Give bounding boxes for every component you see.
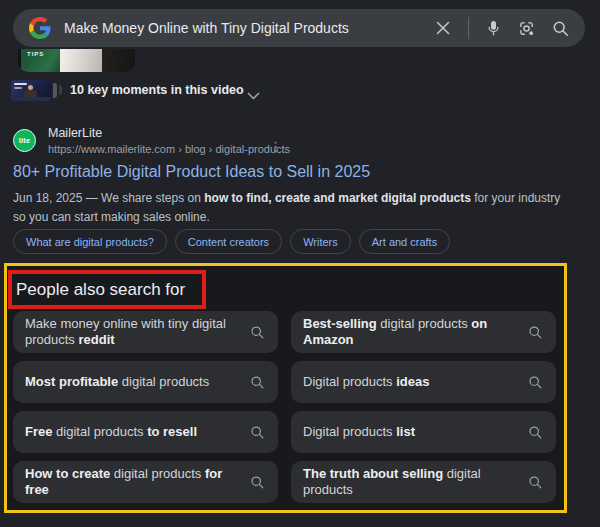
search-query-input[interactable]: Make Money Online with Tiny Digital Prod… xyxy=(64,20,423,36)
video-thumbnail-fragment[interactable]: TIPS xyxy=(18,49,135,72)
suggestion-text: The truth about selling digital products xyxy=(303,466,505,499)
search-icon[interactable] xyxy=(250,325,265,340)
related-chip[interactable]: What are digital products? xyxy=(13,229,167,254)
stacked-moments-layer xyxy=(53,83,57,98)
stacked-moments-layer xyxy=(59,85,62,95)
search-icon[interactable] xyxy=(250,375,265,390)
related-chip[interactable]: Content creators xyxy=(175,229,282,254)
suggestion-text: How to create digital products for free xyxy=(25,466,227,499)
key-moments-label[interactable]: 10 key moments in this video xyxy=(70,83,244,97)
result-site-name[interactable]: MailerLite xyxy=(48,126,102,140)
related-chips: What are digital products?Content creato… xyxy=(13,229,450,254)
search-bar-divider xyxy=(468,17,469,39)
related-chip[interactable]: Writers xyxy=(290,229,351,254)
search-bar[interactable]: Make Money Online with Tiny Digital Prod… xyxy=(13,9,585,47)
google-lens-icon[interactable] xyxy=(518,20,535,37)
search-icon[interactable] xyxy=(528,475,543,490)
search-suggestion-card[interactable]: Digital products list xyxy=(291,411,556,453)
suggestion-text: Digital products list xyxy=(303,424,505,441)
video-fragment-shirt-area xyxy=(60,49,102,72)
microphone-icon[interactable] xyxy=(486,20,501,37)
search-icon[interactable] xyxy=(250,425,265,440)
result-snippet: Jun 18, 2025 — We share steps on how to … xyxy=(13,189,565,227)
search-icon[interactable] xyxy=(528,425,543,440)
suggestion-text: Most profitable digital products xyxy=(25,374,227,391)
key-moments-thumbnail[interactable] xyxy=(11,80,51,101)
google-logo-icon xyxy=(29,17,51,39)
site-favicon: lite xyxy=(13,129,36,152)
people-also-search-heading: People also search for xyxy=(16,280,185,300)
presenter-figure xyxy=(24,90,37,97)
thumbnail-caption-line xyxy=(14,83,27,85)
suggestion-text: Free digital products to resell xyxy=(25,424,227,441)
search-suggestion-card[interactable]: Digital products ideas xyxy=(291,361,556,403)
search-icon[interactable] xyxy=(528,325,543,340)
thumbnail-caption-line xyxy=(14,87,22,89)
suggestion-text: Best-selling digital products on Amazon xyxy=(303,316,505,349)
suggestion-text: Digital products ideas xyxy=(303,374,505,391)
search-suggestion-card[interactable]: Make money online with tiny digital prod… xyxy=(13,311,278,353)
search-suggestion-card[interactable]: Free digital products to resell xyxy=(13,411,278,453)
clear-icon[interactable] xyxy=(435,20,451,36)
result-title-link[interactable]: 80+ Profitable Digital Product Ideas to … xyxy=(13,163,370,181)
search-icon[interactable] xyxy=(528,375,543,390)
search-icon[interactable] xyxy=(250,475,265,490)
related-chip[interactable]: Art and crafts xyxy=(359,229,450,254)
result-url-breadcrumb: https://www.mailerlite.com › blog › digi… xyxy=(48,143,290,155)
chevron-down-icon[interactable] xyxy=(247,86,260,104)
thumbnail-desk xyxy=(11,97,51,101)
video-fragment-dark-area xyxy=(102,49,135,72)
search-icon[interactable] xyxy=(552,20,569,37)
search-suggestion-card[interactable]: How to create digital products for free xyxy=(13,461,278,503)
search-suggestion-card[interactable]: The truth about selling digital products xyxy=(291,461,556,503)
search-suggestion-card[interactable]: Most profitable digital products xyxy=(13,361,278,403)
suggestion-text: Make money online with tiny digital prod… xyxy=(25,316,227,349)
result-more-options-icon[interactable]: ⋮ xyxy=(269,140,282,153)
search-suggestion-card[interactable]: Best-selling digital products on Amazon xyxy=(291,311,556,353)
video-fragment-green-banner: TIPS xyxy=(21,49,60,72)
people-also-search-grid: Make money online with tiny digital prod… xyxy=(13,311,556,503)
